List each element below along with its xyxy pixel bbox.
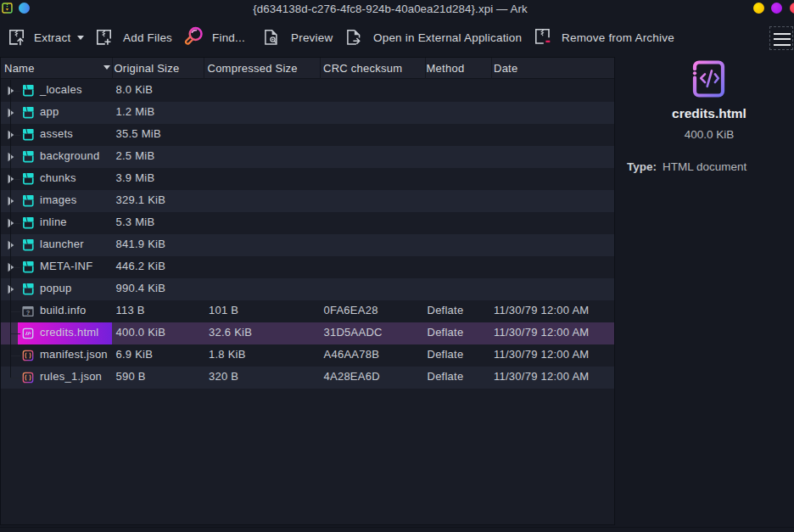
svg-text:?: ? — [26, 309, 31, 316]
